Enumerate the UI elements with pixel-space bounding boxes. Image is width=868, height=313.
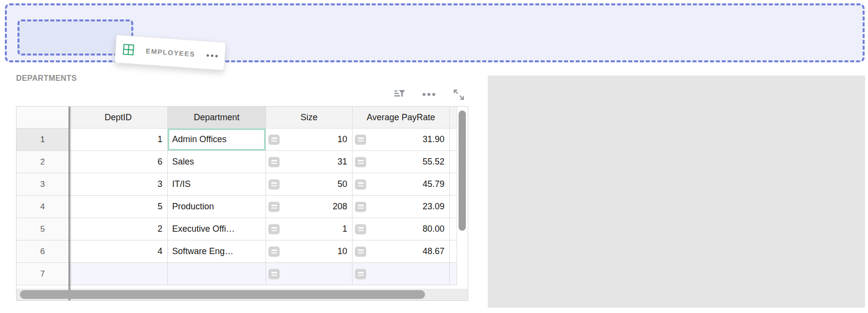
card-view-icon[interactable] xyxy=(268,224,280,234)
more-options-icon[interactable] xyxy=(423,93,435,96)
column-header-payrate[interactable]: Average PayRate xyxy=(353,107,450,129)
cell-department-selected[interactable]: Admin Offices xyxy=(168,129,266,151)
row-number[interactable]: 4 xyxy=(17,196,69,218)
cell-deptid[interactable] xyxy=(69,263,168,285)
column-header-deptid[interactable]: DeptID xyxy=(69,107,168,129)
row-number[interactable]: 3 xyxy=(17,173,69,196)
cell-spacer xyxy=(450,151,457,173)
row-number[interactable]: 5 xyxy=(17,218,69,240)
card-view-icon[interactable] xyxy=(355,246,366,257)
cell-size[interactable]: 31 xyxy=(266,151,353,173)
card-view-icon[interactable] xyxy=(268,269,280,279)
sheet-title: DEPARTMENTS xyxy=(16,74,77,83)
cell-spacer xyxy=(450,263,457,285)
expand-icon[interactable] xyxy=(451,87,466,102)
row-number[interactable]: 6 xyxy=(17,240,69,263)
canvas: EMPLOYEES DEPARTMENTS xyxy=(0,0,868,313)
table-row: 6 4 Software Eng… 10 48.67 xyxy=(17,240,468,263)
table-row: 5 2 Executive Offi… 1 80.00 xyxy=(17,218,468,240)
frozen-pane-divider[interactable] xyxy=(69,107,71,300)
row-number[interactable]: 7 xyxy=(17,263,69,285)
table-row: 4 5 Production 208 23.09 xyxy=(17,196,468,218)
corner-header-cell[interactable] xyxy=(17,107,69,129)
departments-table: DeptID Department Size Average PayRate 1… xyxy=(16,106,468,301)
table-grid-icon xyxy=(122,43,135,56)
cell-department[interactable] xyxy=(168,263,266,285)
cell-size[interactable]: 1 xyxy=(266,218,353,240)
side-panel-placeholder xyxy=(488,75,865,308)
cell-deptid[interactable]: 2 xyxy=(69,218,168,240)
column-header-spacer xyxy=(450,107,457,129)
cell-department[interactable]: Executive Offi… xyxy=(168,218,266,240)
cell-size[interactable]: 208 xyxy=(266,196,353,218)
cell-size[interactable]: 10 xyxy=(266,129,353,151)
cell-payrate[interactable]: 55.52 xyxy=(353,151,450,173)
sort-filter-icon[interactable] xyxy=(392,87,407,102)
card-view-icon[interactable] xyxy=(355,224,366,234)
row-number[interactable]: 1 xyxy=(17,129,69,151)
cell-payrate[interactable]: 45.79 xyxy=(353,173,450,196)
vertical-scrollbar-thumb[interactable] xyxy=(459,110,466,231)
cell-department[interactable]: IT/IS xyxy=(168,173,266,196)
card-view-icon[interactable] xyxy=(355,157,366,167)
card-view-icon[interactable] xyxy=(355,179,366,189)
table-row: 2 6 Sales 31 55.52 xyxy=(17,151,468,173)
column-header-size[interactable]: Size xyxy=(266,107,353,129)
cell-payrate[interactable] xyxy=(353,263,450,285)
card-view-icon[interactable] xyxy=(268,246,280,257)
table-row: 1 1 Admin Offices 10 31.90 xyxy=(17,129,468,151)
column-header-department[interactable]: Department xyxy=(168,107,266,129)
cell-payrate[interactable]: 23.09 xyxy=(353,196,450,218)
cell-spacer xyxy=(450,218,457,240)
cell-spacer xyxy=(450,240,457,263)
sheet-toolbar xyxy=(392,87,466,102)
cell-payrate[interactable]: 80.00 xyxy=(353,218,450,240)
cell-deptid[interactable]: 4 xyxy=(69,240,168,263)
cell-deptid[interactable]: 6 xyxy=(69,151,168,173)
cell-size[interactable] xyxy=(266,263,353,285)
card-view-icon[interactable] xyxy=(268,202,280,212)
table-row: 3 3 IT/IS 50 45.79 xyxy=(17,173,468,196)
cell-spacer xyxy=(450,173,457,196)
cell-department[interactable]: Software Eng… xyxy=(168,240,266,263)
card-view-icon[interactable] xyxy=(355,134,366,145)
drag-card-label: EMPLOYEES xyxy=(145,47,195,58)
cell-payrate[interactable]: 48.67 xyxy=(353,240,450,263)
cell-deptid[interactable]: 5 xyxy=(69,196,168,218)
card-view-icon[interactable] xyxy=(355,202,366,212)
cell-spacer xyxy=(450,196,457,218)
cell-department[interactable]: Production xyxy=(168,196,266,218)
table-row-empty: 7 xyxy=(17,263,468,285)
row-number[interactable]: 2 xyxy=(17,151,69,173)
cell-department[interactable]: Sales xyxy=(168,151,266,173)
cell-spacer xyxy=(450,129,457,151)
card-view-icon[interactable] xyxy=(268,134,280,145)
cell-deptid[interactable]: 1 xyxy=(69,129,168,151)
card-view-icon[interactable] xyxy=(268,179,280,189)
cell-deptid[interactable]: 3 xyxy=(69,173,168,196)
cell-size[interactable]: 50 xyxy=(266,173,353,196)
horizontal-scrollbar-thumb[interactable] xyxy=(20,290,425,299)
header-row: DeptID Department Size Average PayRate xyxy=(17,107,468,129)
cell-size[interactable]: 10 xyxy=(266,240,353,263)
drag-card-more-icon[interactable] xyxy=(207,54,218,57)
card-view-icon[interactable] xyxy=(355,269,366,279)
card-view-icon[interactable] xyxy=(268,157,280,167)
cell-payrate[interactable]: 31.90 xyxy=(353,129,450,151)
